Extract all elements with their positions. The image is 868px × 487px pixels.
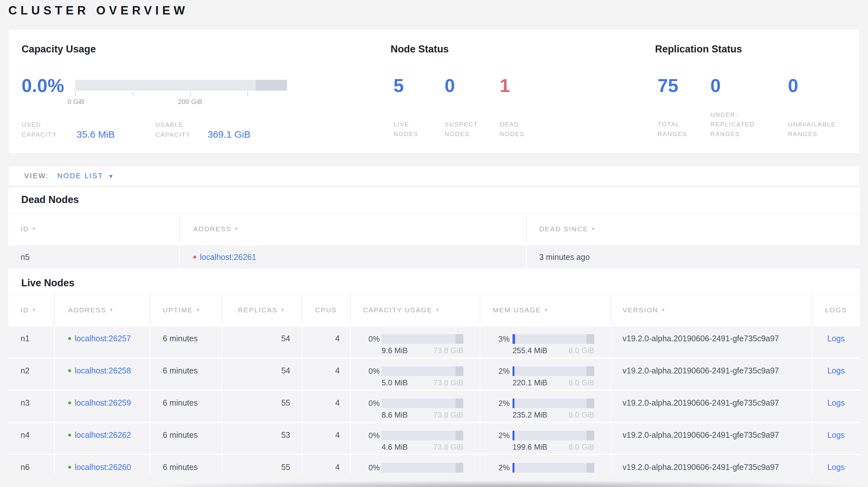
mem-pct: 2% xyxy=(480,463,509,473)
logs-link[interactable]: Logs xyxy=(827,462,844,472)
usable-capacity-stat: USABLE CAPACITY 369.1 GiB xyxy=(155,120,250,140)
total-ranges-count: 75 xyxy=(658,75,687,96)
mem-used: 235.2 MiB xyxy=(513,411,547,419)
node-version: v19.2.0-alpha.20190606-2491-gfe735c9a97 xyxy=(611,391,812,422)
total-ranges-stat: 75 TOTAL RANGES xyxy=(658,75,687,139)
capacity-bar xyxy=(381,431,463,441)
chevron-down-icon: ▼ xyxy=(108,173,114,179)
dead-nodes-label: DEAD NODES xyxy=(500,120,525,139)
capacity-usage-cell: 0% 7.8 MiB73.8 GiB xyxy=(351,455,480,474)
node-uptime: 6 minutes xyxy=(150,455,222,474)
axis-tick-label: 200 GiB xyxy=(178,98,203,105)
logs-link[interactable]: Logs xyxy=(827,366,844,375)
dead-col-address[interactable]: ADDRESS▼ xyxy=(180,214,527,244)
node-id: n4 xyxy=(8,423,55,454)
mem-bar xyxy=(513,398,594,408)
live-col-address[interactable]: ADDRESS▼ xyxy=(55,295,150,325)
node-address-link[interactable]: localhost:26262 xyxy=(75,430,131,440)
total-ranges-label: TOTAL RANGES xyxy=(658,120,687,139)
node-address-link[interactable]: localhost:26260 xyxy=(75,462,131,472)
axis-tick xyxy=(247,92,248,96)
capacity-used: 8.6 MiB xyxy=(381,411,408,419)
node-address-link[interactable]: localhost:26261 xyxy=(200,252,256,262)
axis-tick xyxy=(190,92,191,96)
capacity-usage-bar-chart: 0 GiB 200 GiB xyxy=(75,80,287,97)
axis-tick xyxy=(132,92,133,96)
mem-usage-cell: 2% 225.5 MiB8.0 GiB xyxy=(480,455,611,474)
node-uptime: 6 minutes xyxy=(150,423,222,454)
node-uptime: 6 minutes xyxy=(150,391,222,422)
mem-bar xyxy=(513,334,594,344)
live-col-logs: LOGS xyxy=(812,295,860,325)
node-version: v19.2.0-alpha.20190606-2491-gfe735c9a97 xyxy=(611,359,812,390)
suspect-nodes-stat: 0 SUSPECT NODES xyxy=(445,75,478,139)
capacity-pct: 0% xyxy=(351,366,380,376)
sort-desc-icon: ▼ xyxy=(281,307,285,312)
dead-nodes-heading: Dead Nodes xyxy=(8,187,860,206)
sort-desc-icon: ▼ xyxy=(234,226,239,231)
capacity-pct: 0% xyxy=(351,398,380,408)
mem-used: 199.6 MiB xyxy=(513,443,547,452)
live-col-replicas[interactable]: REPLICAS▼ xyxy=(222,295,302,325)
logs-link[interactable]: Logs xyxy=(827,398,844,407)
suspect-nodes-label: SUSPECT NODES xyxy=(445,120,478,139)
used-capacity-value: 35.6 MiB xyxy=(76,129,115,140)
capacity-usage-cell: 0% 5.0 MiB73.8 GiB xyxy=(351,359,480,390)
node-address-link[interactable]: localhost:26259 xyxy=(75,398,131,408)
capacity-usage-cell: 0% 8.6 MiB73.8 GiB xyxy=(351,391,480,422)
live-col-version[interactable]: VERSION▼ xyxy=(611,295,812,325)
live-col-uptime[interactable]: UPTIME▼ xyxy=(150,295,222,325)
cluster-summary-card: Capacity Usage 0.0% 0 GiB 200 GiB USED C… xyxy=(8,29,860,154)
dead-since: 3 minutes ago xyxy=(527,246,860,268)
live-col-capacity-usage[interactable]: CAPACITY USAGE▼ xyxy=(351,295,480,325)
suspect-nodes-count: 0 xyxy=(445,75,478,96)
live-status-dot-icon xyxy=(68,433,71,436)
view-mode-dropdown[interactable]: NODE LIST ▼ xyxy=(57,172,113,180)
capacity-usage-cell: 0% 9.6 MiB73.8 GiB xyxy=(351,326,480,357)
usable-capacity-value: 369.1 GiB xyxy=(208,129,250,140)
mem-total: 8.0 GiB xyxy=(568,346,594,355)
node-address-cell: localhost:26257 xyxy=(55,326,150,357)
capacity-bar xyxy=(381,463,463,473)
node-id: n2 xyxy=(8,359,55,390)
node-address-link[interactable]: localhost:26257 xyxy=(75,333,131,343)
live-col-id[interactable]: ID▼ xyxy=(8,295,55,325)
node-cpus: 4 xyxy=(302,455,351,474)
dead-node-row: n5 localhost:26261 3 minutes ago xyxy=(8,246,860,268)
live-status-dot-icon xyxy=(68,337,71,340)
bottom-shadow xyxy=(147,481,868,487)
mem-bar xyxy=(513,366,594,376)
under-replicated-count: 0 xyxy=(710,75,755,96)
sort-desc-icon: ▼ xyxy=(591,226,596,231)
dead-col-id[interactable]: ID▼ xyxy=(8,214,180,244)
view-label: VIEW: xyxy=(24,172,49,180)
capacity-total: 73.8 GiB xyxy=(433,378,463,387)
node-uptime: 6 minutes xyxy=(150,326,222,357)
live-nodes-heading: Live Nodes xyxy=(8,276,860,290)
live-node-row: n1 localhost:26257 6 minutes 54 4 0% 9.6… xyxy=(8,326,860,357)
live-status-dot-icon xyxy=(68,369,71,372)
unavailable-count: 0 xyxy=(788,75,836,96)
capacity-usage-heading: Capacity Usage xyxy=(22,43,96,56)
node-replicas: 55 xyxy=(222,455,302,474)
node-version: v19.2.0-alpha.20190606-2491-gfe735c9a97 xyxy=(611,423,812,454)
node-address-cell: localhost:26260 xyxy=(55,455,150,474)
dead-col-dead-since[interactable]: DEAD SINCE▼ xyxy=(527,214,860,244)
capacity-axis: 0 GiB 200 GiB xyxy=(75,91,287,97)
node-cpus: 4 xyxy=(302,326,351,357)
mem-pct: 2% xyxy=(480,398,509,408)
nodes-tables-card: Dead Nodes ID▼ ADDRESS▼ DEAD SINCE▼ n5 l… xyxy=(8,187,860,474)
logs-link[interactable]: Logs xyxy=(827,430,844,440)
node-address-link[interactable]: localhost:26258 xyxy=(75,366,131,376)
mem-used: 255.4 MiB xyxy=(513,346,547,355)
node-version: v19.2.0-alpha.20190606-2491-gfe735c9a97 xyxy=(611,455,812,474)
mem-usage-cell: 2% 220.1 MiB8.0 GiB xyxy=(480,359,611,390)
live-col-mem-usage[interactable]: MEM USAGE▼ xyxy=(480,295,611,325)
used-capacity-stat: USED CAPACITY 35.6 MiB xyxy=(22,120,115,140)
node-uptime: 6 minutes xyxy=(150,359,222,390)
node-address-cell: localhost:26258 xyxy=(55,359,150,390)
capacity-total: 73.8 GiB xyxy=(433,443,463,452)
node-cpus: 4 xyxy=(302,359,351,390)
node-cpus: 4 xyxy=(302,391,351,422)
logs-link[interactable]: Logs xyxy=(827,334,844,343)
